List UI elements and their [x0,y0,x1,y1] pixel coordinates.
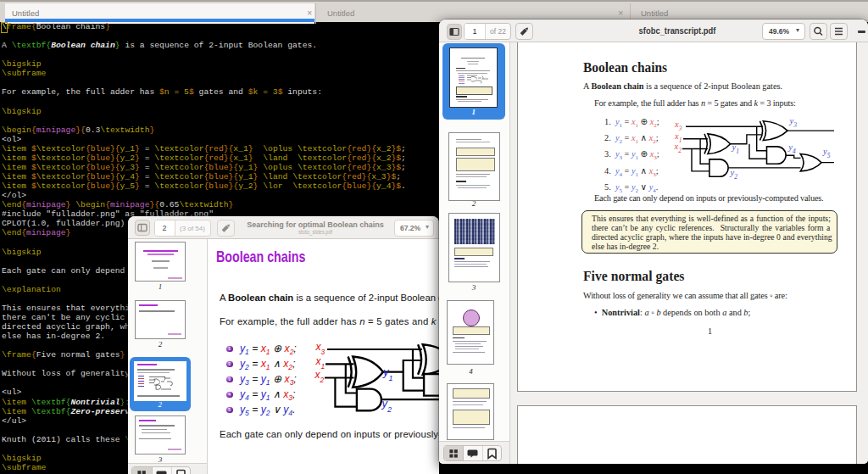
svg-text:x3: x3 [674,120,682,132]
svg-text:y3: y3 [789,116,798,129]
svg-text:x3: x3 [315,340,326,355]
svg-text:y2: y2 [730,168,738,181]
svg-text:y1: y1 [382,365,393,382]
svg-text:y4: y4 [787,142,796,155]
svg-text:y5: y5 [822,147,831,159]
svg-text:x2: x2 [314,369,325,384]
